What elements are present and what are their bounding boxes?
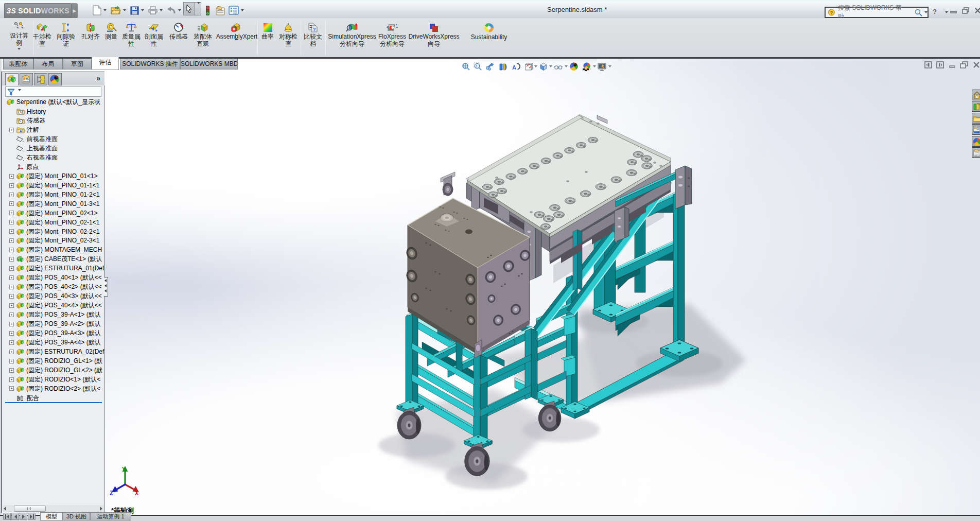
svg-text:?: ? <box>830 9 833 15</box>
svg-text:Z: Z <box>110 490 113 497</box>
svg-text:?: ? <box>313 27 316 32</box>
svg-text:A: A <box>512 64 516 71</box>
svg-text:A: A <box>20 129 22 133</box>
svg-text:!: ! <box>476 64 477 67</box>
svg-text:X: X <box>135 490 139 497</box>
svg-text:Y: Y <box>122 466 126 474</box>
